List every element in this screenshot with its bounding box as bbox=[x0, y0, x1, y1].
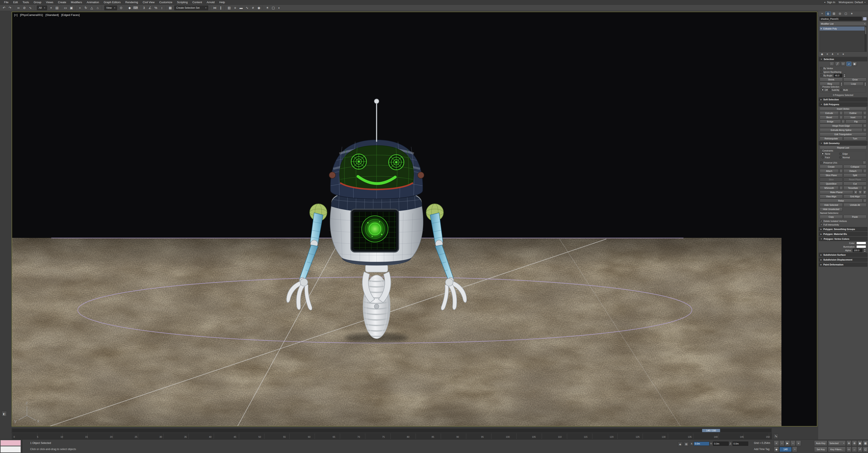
alpha-spinner[interactable] bbox=[864, 249, 866, 252]
stack-scrollbar[interactable] bbox=[865, 27, 867, 52]
align-icon[interactable]: ∥ bbox=[218, 5, 223, 10]
select-by-name-icon[interactable]: ▤ bbox=[54, 5, 60, 10]
slice-plane-button[interactable]: Slice Plane bbox=[820, 173, 843, 177]
unhide-all-button[interactable]: Unhide All bbox=[843, 203, 867, 207]
previous-frame-icon[interactable]: ‹ bbox=[779, 441, 784, 446]
msmooth-settings-icon[interactable]: □ bbox=[839, 186, 843, 190]
menu-item[interactable]: Group bbox=[31, 0, 44, 5]
pin-stack-icon[interactable]: ◉ bbox=[820, 52, 824, 56]
render-setup-icon[interactable]: ☀ bbox=[265, 5, 270, 10]
tessellate-button[interactable]: Tessellate bbox=[843, 186, 863, 190]
select-object-icon[interactable]: ⌖ bbox=[48, 5, 54, 10]
rollout-material-ids[interactable]: ▶Polygon: Material IDs bbox=[819, 232, 867, 236]
preview-subobj-radio[interactable] bbox=[829, 89, 831, 91]
material-editor-icon[interactable]: ◉ bbox=[256, 5, 261, 10]
subobject-border-icon[interactable]: □ bbox=[841, 62, 845, 66]
extrude-along-spline-button[interactable]: Extrude Along Spline bbox=[820, 128, 863, 132]
render-icon[interactable]: ◐ bbox=[276, 5, 282, 10]
object-name-field[interactable]: shadow_Plane01 bbox=[819, 17, 862, 21]
menu-item[interactable]: Civil View bbox=[141, 0, 157, 5]
menu-item[interactable]: Customize bbox=[157, 0, 175, 5]
rollout-subdivision-surface[interactable]: ▶Subdivision Surface bbox=[819, 253, 867, 257]
collapse-button[interactable]: Collapse bbox=[843, 165, 867, 169]
go-to-start-icon[interactable]: « bbox=[774, 441, 779, 446]
menu-item[interactable]: Views bbox=[44, 0, 56, 5]
vertex-color-swatch[interactable] bbox=[856, 242, 866, 245]
curve-editor-icon[interactable]: ∿ bbox=[244, 5, 250, 10]
preview-multi-radio[interactable] bbox=[840, 89, 842, 91]
zoom-extents-all-icon[interactable]: ▦ bbox=[863, 441, 868, 446]
toolbar-separator[interactable] bbox=[14, 5, 14, 10]
snaps-toggle-icon[interactable]: 3 bbox=[141, 5, 147, 10]
msmooth-button[interactable]: MSmooth bbox=[820, 186, 839, 190]
maximize-viewport-icon[interactable]: ◱ bbox=[863, 447, 868, 452]
illumination-color-swatch[interactable] bbox=[856, 245, 866, 248]
selection-lock-toggle-icon[interactable]: ⊠ bbox=[684, 442, 689, 447]
subobject-element-icon[interactable]: ▣ bbox=[852, 62, 857, 66]
subobject-polygon-icon[interactable]: ▱ bbox=[846, 62, 851, 66]
modifier-stack[interactable]: ▶ Editable Poly bbox=[819, 26, 867, 52]
toolbar-separator[interactable] bbox=[210, 5, 211, 10]
insert-vertex-button[interactable]: Insert Vertex bbox=[820, 107, 867, 111]
play-icon[interactable]: ▶ bbox=[785, 441, 790, 446]
rollout-edit-polygons[interactable]: ▼Edit Polygons bbox=[819, 102, 867, 107]
ignore-backfacing-checkbox[interactable] bbox=[820, 70, 823, 73]
select-and-scale-icon[interactable]: △ bbox=[89, 5, 95, 10]
relax-settings-icon[interactable]: □ bbox=[863, 199, 867, 203]
select-and-rotate-icon[interactable]: ↻ bbox=[83, 5, 89, 10]
bridge-button[interactable]: Bridge bbox=[820, 120, 841, 123]
bind-to-space-warp-icon[interactable]: ∿ bbox=[28, 5, 33, 10]
select-and-move-icon[interactable]: + bbox=[77, 5, 83, 10]
select-and-manipulate-icon[interactable]: ◆ bbox=[127, 5, 132, 10]
toggle-ribbon-icon[interactable]: ▬ bbox=[238, 5, 244, 10]
bevel-button[interactable]: Bevel bbox=[820, 115, 839, 119]
tab-display[interactable]: ▢ bbox=[843, 11, 848, 16]
make-planar-z-button[interactable]: Z bbox=[863, 190, 867, 194]
menu-item[interactable]: Scripting bbox=[175, 0, 190, 5]
set-key-button[interactable]: Set Key bbox=[814, 447, 827, 452]
outline-button[interactable]: Outline bbox=[843, 111, 863, 115]
hinge-settings-icon[interactable]: □ bbox=[863, 124, 867, 128]
menu-item[interactable]: Animation bbox=[84, 0, 101, 5]
toggle-layer-explorer-icon[interactable]: ≡ bbox=[232, 5, 238, 10]
key-filters-button[interactable]: Key Filters... bbox=[828, 447, 846, 452]
menu-item[interactable]: Help bbox=[217, 0, 227, 5]
viewport-shading-menu[interactable]: [Standard] bbox=[45, 13, 59, 17]
attach-settings-icon[interactable]: □ bbox=[839, 169, 843, 173]
track-bar[interactable]: 0510152025303540455055606570758085909510… bbox=[12, 433, 772, 439]
ring-button[interactable]: Ring bbox=[820, 82, 840, 86]
edit-triangulation-button[interactable]: Edit Triangulation bbox=[820, 133, 867, 136]
edit-named-selection-sets-icon[interactable]: ▦ bbox=[167, 5, 173, 10]
by-angle-checkbox[interactable] bbox=[820, 74, 823, 77]
toggle-scene-explorer-icon[interactable]: ▥ bbox=[226, 5, 232, 10]
split-button[interactable]: Split bbox=[843, 173, 867, 177]
remove-modifier-icon[interactable]: × bbox=[836, 52, 840, 56]
flip-button[interactable]: Flip bbox=[845, 120, 867, 123]
viewport-general-menu[interactable]: [+] bbox=[14, 13, 18, 17]
make-planar-button[interactable]: Make Planar bbox=[820, 190, 853, 194]
paste-button[interactable]: Paste bbox=[843, 215, 867, 219]
create-button[interactable]: Create bbox=[820, 165, 843, 169]
rollout-vertex-colors[interactable]: ▼Polygon: Vertex Colors bbox=[819, 237, 867, 241]
quickslice-button[interactable]: QuickSlice bbox=[820, 182, 843, 186]
pan-icon[interactable]: ↔ bbox=[852, 447, 857, 452]
isolate-selection-toggle-icon[interactable]: ◈ bbox=[678, 442, 683, 447]
orbit-icon[interactable]: ↺ bbox=[858, 447, 863, 452]
menu-item[interactable]: Create bbox=[56, 0, 68, 5]
key-mode-toggle-icon[interactable]: ◆ bbox=[774, 447, 779, 452]
detach-button[interactable]: Detach bbox=[843, 169, 863, 173]
modifier-list-select[interactable]: Modifier List▾ bbox=[819, 22, 867, 26]
turn-button[interactable]: Turn bbox=[843, 137, 867, 140]
show-end-result-icon[interactable]: ≡ bbox=[825, 52, 829, 56]
angle-snap-icon[interactable]: ∠ bbox=[147, 5, 153, 10]
rollout-smoothing-groups[interactable]: ▶Polygon: Smoothing Groups bbox=[819, 227, 867, 231]
relax-button[interactable]: Relax bbox=[820, 199, 863, 203]
stack-item-editable-poly[interactable]: ▶ Editable Poly bbox=[820, 27, 867, 31]
alpha-field[interactable]: 100.0 bbox=[853, 249, 863, 252]
toolbar-separator[interactable] bbox=[263, 5, 263, 10]
toolbar-separator[interactable] bbox=[102, 5, 102, 10]
menu-item[interactable]: Content bbox=[190, 0, 205, 5]
ring-spinner[interactable] bbox=[840, 82, 843, 86]
tab-motion[interactable]: ◎ bbox=[837, 11, 842, 16]
maxscript-listener-field[interactable] bbox=[0, 446, 21, 453]
